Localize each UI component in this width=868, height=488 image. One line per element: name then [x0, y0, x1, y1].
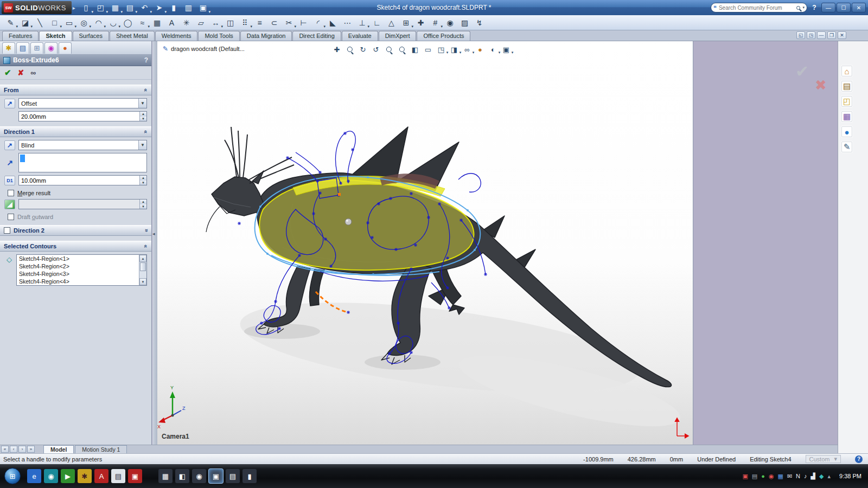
tray-display-icon[interactable]: ▦ [777, 473, 783, 480]
units-dropdown[interactable]: Custom▾ [806, 455, 841, 463]
offset-distance-input[interactable] [19, 113, 139, 120]
next-tab-button[interactable]: › [18, 446, 26, 453]
pattern-icon[interactable]: ⊞ [399, 16, 413, 29]
record-macro-icon[interactable]: ◉ [443, 16, 457, 29]
contour-list-item[interactable]: Sketch4-Region<4> [17, 278, 139, 285]
scroll-up-icon[interactable]: ▲ [139, 255, 146, 262]
construction-geometry-icon[interactable]: ⋯ [341, 16, 354, 29]
solidworks-launch-icon[interactable]: ▣ [128, 469, 142, 483]
extend-entities-icon[interactable]: ⊢ [297, 16, 310, 29]
edit-appearance-icon[interactable]: ● [474, 44, 486, 55]
custom-properties-icon[interactable]: ✎ [841, 141, 853, 153]
offset-distance-field[interactable]: ▲▼ [18, 111, 147, 121]
eraser-icon[interactable]: ◪ [18, 16, 32, 29]
contour-list-item[interactable]: Sketch4-Region<1> [17, 255, 139, 262]
child-minimize-button[interactable]: — [817, 31, 826, 39]
section-direction2[interactable]: Direction 2 « [0, 225, 151, 236]
contour-list-item[interactable]: Sketch4-Region<2> [17, 262, 139, 270]
document-tab[interactable]: Model [43, 445, 74, 453]
expand-icon[interactable]: « [143, 229, 149, 232]
section-from[interactable]: From « [0, 85, 151, 95]
point-icon[interactable]: ✳ [180, 16, 193, 29]
panel-splitter[interactable]: ◂ [152, 41, 157, 445]
smart-dimension-icon[interactable]: ↔ [209, 16, 222, 29]
plane-icon[interactable]: ▱ [194, 16, 208, 29]
draft-angle-input[interactable] [19, 201, 139, 208]
slot-icon[interactable]: ▭ [62, 16, 76, 29]
section-view-icon[interactable]: ◧ [409, 44, 420, 55]
grid-icon[interactable]: ▦ [150, 16, 164, 29]
snap-icon[interactable]: ✚ [414, 16, 427, 29]
notes-app-icon[interactable]: ▤ [111, 469, 125, 483]
maximize-button[interactable]: ☐ [837, 3, 851, 12]
prev-tab-button[interactable]: ‹ [10, 446, 17, 453]
rectangle-icon[interactable]: □ [48, 16, 61, 29]
zoom-area-icon[interactable] [383, 44, 394, 55]
depth-input[interactable] [19, 177, 139, 184]
explorer-window-button[interactable]: ▦ [158, 469, 173, 483]
search-options-icon[interactable]: ▾ [802, 5, 805, 10]
zoom-fit-icon[interactable] [344, 44, 355, 55]
tray-doc-icon[interactable]: ▤ [752, 473, 757, 480]
search-input[interactable] [719, 5, 795, 11]
tray-shield-icon[interactable]: ◆ [819, 473, 824, 480]
trim-entities-icon[interactable]: ✂ [282, 16, 296, 29]
detailed-preview-icon[interactable]: ∞ [30, 68, 36, 77]
print-icon[interactable]: ▤ [123, 2, 137, 14]
terminal-window-button[interactable]: ▮ [242, 469, 257, 483]
display-style-icon[interactable]: ◨ [448, 44, 459, 55]
first-tab-button[interactable]: « [1, 446, 9, 453]
view-palette-icon[interactable]: ▦ [841, 111, 853, 123]
sketch-warning-icon[interactable]: △ [385, 16, 398, 29]
collapse-icon[interactable]: « [143, 88, 149, 92]
rebuild-icon[interactable]: ▮ [167, 2, 181, 14]
previous-view-icon[interactable]: ↺ [370, 44, 381, 55]
undo-icon[interactable]: ↶ [138, 2, 151, 14]
sketch-picture-icon[interactable]: ▨ [458, 16, 471, 29]
tray-onenote-icon[interactable]: N [796, 473, 800, 479]
spline-icon[interactable]: ≈ [136, 16, 149, 29]
ribbon-tab[interactable]: Sheet Metal [110, 31, 155, 41]
instant3d-icon[interactable]: ↯ [473, 16, 486, 29]
depth-field[interactable]: ▲▼ [18, 175, 147, 185]
internet-explorer-icon[interactable]: e [27, 469, 41, 483]
graphics-area[interactable]: Y X Z [157, 41, 693, 445]
design-library-icon[interactable]: ▤ [841, 80, 853, 92]
tray-alert-icon[interactable]: ◉ [769, 473, 774, 480]
network-places-icon[interactable]: ◉ [44, 469, 58, 483]
from-dropdown[interactable]: Offset ▼ [18, 98, 147, 108]
solidworks-resources-icon[interactable]: ⌂ [841, 65, 853, 77]
tray-volume-icon[interactable]: ♪ [804, 473, 807, 479]
offset-entities-icon[interactable]: ≡ [253, 16, 266, 29]
ribbon-tab[interactable]: Features [2, 31, 39, 41]
three-point-arc-icon[interactable]: ◡ [106, 16, 120, 29]
solidworks-logo[interactable]: sw SOLIDWORKS [2, 1, 72, 14]
draft-angle-field[interactable]: ▲▼ [18, 199, 147, 209]
breadcrumb[interactable]: ✎ dragon woodcraft (Default... [163, 45, 245, 53]
dropdown-arrow-icon[interactable]: ▼ [138, 140, 146, 150]
tray-sync-icon[interactable]: ● [761, 473, 765, 479]
display-relations-icon[interactable]: ⊥ [355, 16, 369, 29]
convert-entities-icon[interactable]: ⊂ [267, 16, 281, 29]
view-settings-icon[interactable]: ▣ [500, 44, 512, 55]
app-window-5-button[interactable]: ▤ [226, 469, 240, 483]
file-properties-icon[interactable]: ▥ [182, 2, 195, 14]
contour-list-item[interactable]: Sketch4-Region<3> [17, 270, 139, 278]
ribbon-tab[interactable]: Mold Tools [198, 31, 239, 41]
acrobat-icon[interactable]: A [94, 469, 108, 483]
quick-snaps-icon[interactable]: # [429, 16, 442, 29]
scroll-thumb[interactable] [140, 262, 146, 271]
start-button[interactable]: ⊞ [4, 468, 21, 484]
tray-hidden-icons[interactable]: ▴ [828, 473, 831, 480]
ribbon-tab[interactable]: Surfaces [73, 31, 109, 41]
tray-mail-icon[interactable]: ✉ [787, 473, 792, 480]
rotate-view-icon[interactable]: ↻ [357, 44, 368, 55]
ok-button[interactable]: ✔ [4, 68, 11, 78]
ribbon-tab[interactable]: Direct Editing [292, 31, 341, 41]
tray-network-icon[interactable]: ▟ [811, 473, 815, 480]
close-button[interactable]: ✕ [852, 3, 866, 12]
last-tab-button[interactable]: » [27, 446, 35, 453]
appearances-icon[interactable]: ● [841, 126, 853, 138]
draft-outward-checkbox[interactable] [8, 214, 14, 220]
ribbon-tab[interactable]: Sketch [39, 31, 72, 41]
